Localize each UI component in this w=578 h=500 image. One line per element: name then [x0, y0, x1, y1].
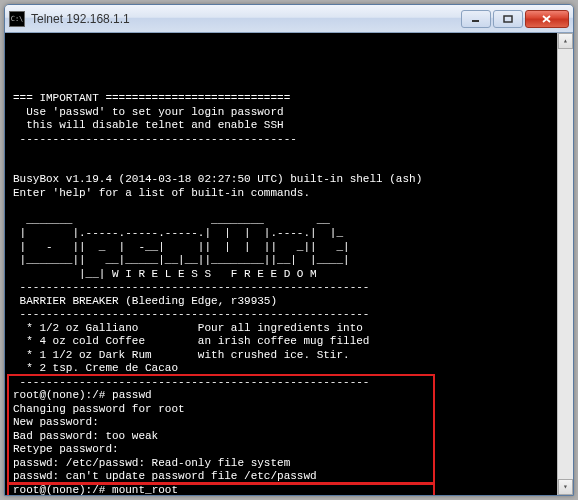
prompt: root@(none):/#	[13, 389, 112, 401]
term-output: New password:	[13, 416, 99, 428]
window-title: Telnet 192.168.1.1	[31, 12, 459, 26]
term-line: * 2 tsp. Creme de Cacao	[13, 362, 178, 374]
term-line: * 4 oz cold Coffee an irish coffee mug f…	[13, 335, 369, 347]
titlebar[interactable]: C:\ Telnet 192.168.1.1	[5, 5, 573, 33]
term-line: Use 'passwd' to set your login password	[13, 106, 284, 118]
prompt: root@(none):/#	[13, 484, 112, 496]
term-output: Bad password: too weak	[13, 430, 158, 442]
window-controls	[459, 10, 569, 28]
term-line: ----------------------------------------…	[13, 308, 369, 320]
term-line	[13, 160, 20, 172]
term-line: this will disable telnet and enable SSH	[13, 119, 284, 131]
term-line: * 1/2 oz Galliano Pour all ingredients i…	[13, 322, 363, 334]
terminal-viewport[interactable]: === IMPORTANT ==========================…	[5, 33, 573, 495]
term-output: passwd: /etc/passwd: Read-only file syst…	[13, 457, 290, 469]
term-line: ----------------------------------------…	[13, 376, 369, 388]
term-line	[13, 200, 20, 212]
term-line: _______ ________ __	[13, 214, 330, 226]
term-line	[13, 79, 20, 91]
command-input: passwd	[112, 389, 152, 401]
console-icon: C:\	[9, 11, 25, 27]
term-line: ----------------------------------------…	[13, 133, 297, 145]
minimize-button[interactable]	[461, 10, 491, 28]
term-line: ----------------------------------------…	[13, 281, 369, 293]
term-line	[13, 146, 20, 158]
scrollbar-vertical[interactable]: ▴ ▾	[557, 33, 573, 495]
telnet-window: C:\ Telnet 192.168.1.1 === IMPORTANT ===…	[4, 4, 574, 496]
svg-rect-1	[504, 16, 512, 22]
scroll-down-button[interactable]: ▾	[558, 479, 573, 495]
scroll-track[interactable]	[558, 49, 573, 479]
scroll-up-button[interactable]: ▴	[558, 33, 573, 49]
term-line: Enter 'help' for a list of built-in comm…	[13, 187, 310, 199]
term-line: BARRIER BREAKER (Bleeding Edge, r39935)	[13, 295, 277, 307]
term-line: | |.-----.-----.-----.| | | |.----.| |_	[13, 227, 343, 239]
term-line: BusyBox v1.19.4 (2014-03-18 02:27:50 UTC…	[13, 173, 422, 185]
term-line: | - || _ | -__| || | | || _|| _|	[13, 241, 350, 253]
terminal-content: === IMPORTANT ==========================…	[13, 65, 565, 495]
term-output: Retype password:	[13, 443, 119, 455]
term-line: * 1 1/2 oz Dark Rum with crushed ice. St…	[13, 349, 350, 361]
term-output: Changing password for root	[13, 403, 185, 415]
command-input: mount_root	[112, 484, 178, 496]
maximize-button[interactable]	[493, 10, 523, 28]
term-line: |_______|| __|_____|__|__||________||__|…	[13, 254, 350, 266]
term-output: passwd: can't update password file /etc/…	[13, 470, 317, 482]
term-line: === IMPORTANT ==========================…	[13, 92, 290, 104]
term-line: |__| W I R E L E S S F R E E D O M	[13, 268, 317, 280]
close-button[interactable]	[525, 10, 569, 28]
